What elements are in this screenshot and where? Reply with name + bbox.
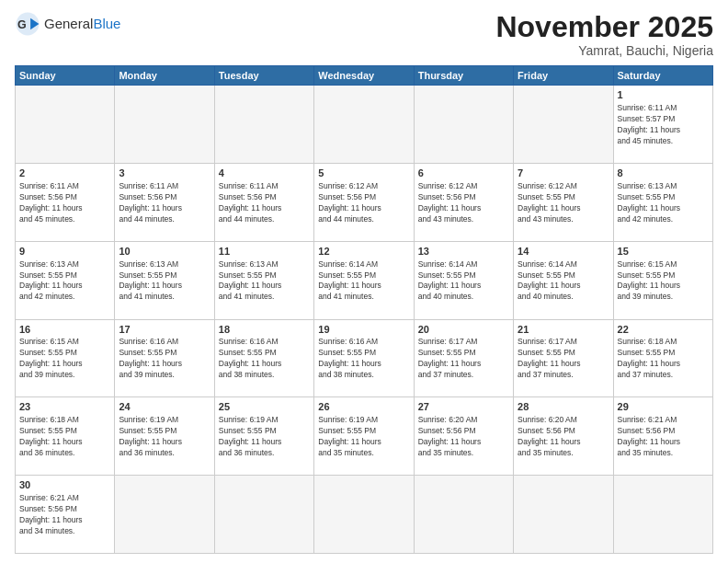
weekday-header-tuesday: Tuesday [214,66,313,86]
calendar-cell: 4Sunrise: 6:11 AM Sunset: 5:56 PM Daylig… [214,163,313,241]
calendar-cell [514,86,613,164]
day-info: Sunrise: 6:11 AM Sunset: 5:56 PM Dayligh… [219,181,310,225]
calendar-cell: 30Sunrise: 6:21 AM Sunset: 5:56 PM Dayli… [16,476,115,554]
calendar-cell [115,86,214,164]
day-number: 13 [418,245,509,259]
day-number: 28 [518,400,609,414]
day-number: 14 [518,245,609,259]
calendar-cell [214,86,313,164]
day-info: Sunrise: 6:13 AM Sunset: 5:55 PM Dayligh… [19,259,110,304]
calendar-cell: 26Sunrise: 6:19 AM Sunset: 5:55 PM Dayli… [314,397,414,476]
weekday-header-thursday: Thursday [414,66,513,86]
day-info: Sunrise: 6:20 AM Sunset: 5:56 PM Dayligh… [418,415,509,459]
day-number: 24 [119,400,210,414]
calendar-cell: 19Sunrise: 6:16 AM Sunset: 5:55 PM Dayli… [314,319,414,397]
calendar-cell: 12Sunrise: 6:14 AM Sunset: 5:55 PM Dayli… [314,241,414,319]
week-row-1: 2Sunrise: 6:11 AM Sunset: 5:56 PM Daylig… [16,163,713,241]
calendar-cell [414,476,513,554]
day-number: 21 [518,323,609,337]
day-info: Sunrise: 6:21 AM Sunset: 5:56 PM Dayligh… [618,415,709,459]
week-row-3: 16Sunrise: 6:15 AM Sunset: 5:55 PM Dayli… [16,319,713,397]
day-number: 16 [19,323,110,337]
day-info: Sunrise: 6:16 AM Sunset: 5:55 PM Dayligh… [219,337,310,381]
calendar-cell: 2Sunrise: 6:11 AM Sunset: 5:56 PM Daylig… [16,163,115,241]
calendar-cell: 25Sunrise: 6:19 AM Sunset: 5:55 PM Dayli… [214,397,313,476]
header: G GeneralBlue November 2025 Yamrat, Bauc… [15,11,713,58]
calendar-cell: 7Sunrise: 6:12 AM Sunset: 5:55 PM Daylig… [514,163,613,241]
day-info: Sunrise: 6:13 AM Sunset: 5:55 PM Dayligh… [119,259,210,304]
calendar-cell: 24Sunrise: 6:19 AM Sunset: 5:55 PM Dayli… [115,397,214,476]
day-number: 4 [219,167,310,180]
day-number: 27 [418,400,509,414]
day-info: Sunrise: 6:19 AM Sunset: 5:55 PM Dayligh… [219,415,310,459]
weekday-header-wednesday: Wednesday [314,66,414,86]
calendar-cell: 16Sunrise: 6:15 AM Sunset: 5:55 PM Dayli… [16,319,115,397]
calendar-cell: 13Sunrise: 6:14 AM Sunset: 5:55 PM Dayli… [414,241,513,319]
day-number: 19 [318,323,409,337]
calendar-cell: 8Sunrise: 6:13 AM Sunset: 5:55 PM Daylig… [613,163,712,241]
calendar-cell: 15Sunrise: 6:15 AM Sunset: 5:55 PM Dayli… [613,241,712,319]
day-number: 20 [418,323,509,337]
day-number: 10 [119,245,210,259]
weekday-header-saturday: Saturday [613,66,712,86]
calendar-cell: 1Sunrise: 6:11 AM Sunset: 5:57 PM Daylig… [613,86,712,164]
day-info: Sunrise: 6:14 AM Sunset: 5:55 PM Dayligh… [418,259,509,304]
location: Yamrat, Bauchi, Nigeria [495,43,713,58]
day-info: Sunrise: 6:16 AM Sunset: 5:55 PM Dayligh… [318,337,409,381]
title-block: November 2025 Yamrat, Bauchi, Nigeria [495,11,713,58]
day-number: 17 [119,323,210,337]
week-row-2: 9Sunrise: 6:13 AM Sunset: 5:55 PM Daylig… [16,241,713,319]
calendar-cell: 9Sunrise: 6:13 AM Sunset: 5:55 PM Daylig… [16,241,115,319]
calendar-cell [613,476,712,554]
day-number: 5 [318,167,409,180]
weekday-header-monday: Monday [115,66,214,86]
calendar-cell: 14Sunrise: 6:14 AM Sunset: 5:55 PM Dayli… [514,241,613,319]
calendar-cell [314,86,414,164]
day-number: 12 [318,245,409,259]
day-info: Sunrise: 6:13 AM Sunset: 5:55 PM Dayligh… [618,181,709,225]
day-info: Sunrise: 6:11 AM Sunset: 5:56 PM Dayligh… [119,181,210,225]
day-info: Sunrise: 6:13 AM Sunset: 5:55 PM Dayligh… [219,259,310,304]
calendar-cell: 18Sunrise: 6:16 AM Sunset: 5:55 PM Dayli… [214,319,313,397]
day-number: 30 [19,478,110,492]
week-row-5: 30Sunrise: 6:21 AM Sunset: 5:56 PM Dayli… [16,476,713,554]
calendar-cell [115,476,214,554]
calendar-cell: 20Sunrise: 6:17 AM Sunset: 5:55 PM Dayli… [414,319,513,397]
logo-text: GeneralBlue [44,17,120,32]
day-number: 7 [518,167,609,180]
day-number: 23 [19,400,110,414]
calendar-cell: 22Sunrise: 6:18 AM Sunset: 5:55 PM Dayli… [613,319,712,397]
calendar-cell: 17Sunrise: 6:16 AM Sunset: 5:55 PM Dayli… [115,319,214,397]
calendar-cell [314,476,414,554]
day-number: 26 [318,400,409,414]
svg-text:G: G [17,18,27,31]
day-info: Sunrise: 6:15 AM Sunset: 5:55 PM Dayligh… [618,259,709,304]
day-info: Sunrise: 6:19 AM Sunset: 5:55 PM Dayligh… [119,415,210,459]
weekday-header-sunday: Sunday [16,66,115,86]
day-info: Sunrise: 6:14 AM Sunset: 5:55 PM Dayligh… [318,259,409,304]
week-row-0: 1Sunrise: 6:11 AM Sunset: 5:57 PM Daylig… [16,86,713,164]
calendar-cell [214,476,313,554]
calendar-cell: 23Sunrise: 6:18 AM Sunset: 5:55 PM Dayli… [16,397,115,476]
page: G GeneralBlue November 2025 Yamrat, Bauc… [0,0,728,563]
calendar-cell: 3Sunrise: 6:11 AM Sunset: 5:56 PM Daylig… [115,163,214,241]
calendar-cell: 6Sunrise: 6:12 AM Sunset: 5:56 PM Daylig… [414,163,513,241]
day-info: Sunrise: 6:12 AM Sunset: 5:56 PM Dayligh… [318,181,409,225]
day-number: 2 [19,167,110,180]
day-number: 9 [19,245,110,259]
day-number: 11 [219,245,310,259]
calendar-cell: 10Sunrise: 6:13 AM Sunset: 5:55 PM Dayli… [115,241,214,319]
day-info: Sunrise: 6:17 AM Sunset: 5:55 PM Dayligh… [418,337,509,381]
calendar-cell: 21Sunrise: 6:17 AM Sunset: 5:55 PM Dayli… [514,319,613,397]
logo-icon: G [15,11,40,37]
day-info: Sunrise: 6:18 AM Sunset: 5:55 PM Dayligh… [618,337,709,381]
day-number: 29 [618,400,709,414]
calendar-cell: 29Sunrise: 6:21 AM Sunset: 5:56 PM Dayli… [613,397,712,476]
day-number: 3 [119,167,210,180]
day-number: 15 [618,245,709,259]
day-number: 25 [219,400,310,414]
day-info: Sunrise: 6:18 AM Sunset: 5:55 PM Dayligh… [19,415,110,459]
calendar-cell: 28Sunrise: 6:20 AM Sunset: 5:56 PM Dayli… [514,397,613,476]
month-title: November 2025 [495,11,713,43]
day-number: 1 [618,88,709,102]
